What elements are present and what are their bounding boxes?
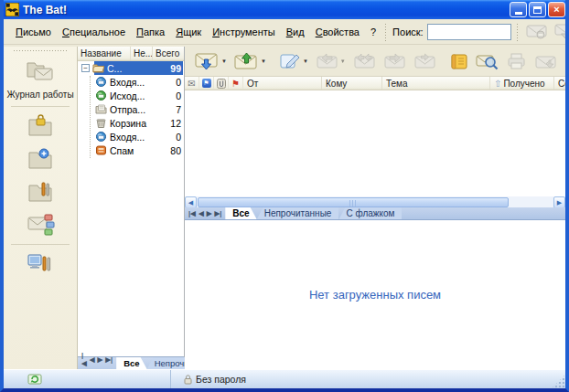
- nav-next-button[interactable]: ▶: [207, 209, 212, 217]
- send-mail-icon: [234, 52, 259, 70]
- reply-icon: [316, 53, 338, 69]
- shortcut-settings[interactable]: [4, 248, 77, 281]
- envelope-icon: ✉: [188, 79, 195, 89]
- column-total[interactable]: Всего: [153, 47, 184, 60]
- column-unread[interactable]: Не...: [131, 47, 153, 60]
- message-view-tabs: |◀ ◀ ▶ ▶| Все Непрочитанные С флажком: [185, 207, 565, 220]
- column-flag-marker[interactable]: ⚑: [229, 77, 243, 90]
- empty-state-text: Нет загруженных писем: [309, 288, 441, 302]
- message-list-empty[interactable]: [185, 90, 565, 196]
- folder-row-trash[interactable]: Корзина 12: [78, 116, 184, 130]
- redirect-button[interactable]: [410, 48, 440, 74]
- nav-first-button[interactable]: |◀: [81, 351, 87, 367]
- sidebar-separator: [11, 106, 70, 107]
- preview-pane[interactable]: Нет загруженных писем: [185, 220, 565, 369]
- forward-button[interactable]: [380, 48, 410, 74]
- nav-last-button[interactable]: ▶|: [105, 355, 113, 364]
- view-tab-непрочитанные[interactable]: Непрочитанные: [257, 207, 339, 219]
- column-from[interactable]: От: [243, 77, 322, 90]
- folder-lock-icon: [25, 113, 56, 139]
- shortcut-folder-maintenance[interactable]: [4, 175, 77, 208]
- message-columns-header: ✉ ⚑ ⚑ От Кому Тема ⇧: [185, 77, 565, 90]
- nav-prev-button[interactable]: ◀: [199, 209, 204, 217]
- menu-ящик[interactable]: Ящик: [170, 24, 207, 40]
- nav-prev-button[interactable]: ◀: [90, 355, 95, 364]
- dropdown-caret-icon: ▼: [261, 58, 266, 64]
- shortcut-protected-folder[interactable]: [4, 110, 77, 143]
- folder-total: 0: [165, 132, 181, 143]
- shortcut-mail-dispatch[interactable]: [4, 208, 77, 241]
- folder-name: Корзина: [110, 118, 165, 129]
- toolbar-grip[interactable]: [516, 23, 519, 41]
- save-attachments-icon: [534, 53, 557, 69]
- folder-name: Отпра...: [110, 104, 165, 115]
- search-messages-button[interactable]: [472, 48, 502, 74]
- system-settings-icon: [25, 251, 56, 277]
- menu-папка[interactable]: Папка: [131, 24, 170, 40]
- folder-row-inbox[interactable]: Входя... 0: [78, 75, 184, 89]
- journal-label[interactable]: Журнал работы: [4, 88, 77, 103]
- shortcut-sidebar: Журнал работы: [4, 47, 78, 369]
- trash-icon: [95, 118, 107, 128]
- column-attachment-marker[interactable]: [214, 77, 229, 90]
- app-icon: [5, 3, 19, 16]
- toolbar-grip[interactable]: [384, 23, 387, 41]
- search-input[interactable]: [427, 24, 511, 40]
- scrollbar-thumb[interactable]: [198, 197, 509, 207]
- nav-last-button[interactable]: ▶|: [214, 209, 221, 217]
- reply-all-button[interactable]: [349, 48, 380, 74]
- printer-icon: [506, 53, 527, 70]
- menu-help[interactable]: ?: [365, 24, 381, 40]
- window-title: The Bat!: [23, 4, 510, 16]
- maximize-button[interactable]: [529, 2, 546, 17]
- folder-new-icon: [25, 146, 56, 172]
- save-attachments-button[interactable]: [531, 48, 561, 74]
- column-parked-marker[interactable]: ⚑: [199, 77, 214, 90]
- folder-tab-все[interactable]: Все: [116, 357, 146, 369]
- menu-специальное[interactable]: Специальное: [57, 24, 131, 40]
- folder-row-sent[interactable]: Отпра... 7: [78, 102, 184, 116]
- column-created[interactable]: Создано: [554, 77, 565, 90]
- parked-icon: ⚑: [202, 79, 211, 88]
- folder-name: Входя...: [110, 132, 165, 143]
- close-button[interactable]: ×: [548, 2, 565, 17]
- column-received[interactable]: ⇧ Получено: [490, 77, 554, 90]
- folder-row-account[interactable]: − С... 99: [78, 61, 184, 75]
- shortcut-new-folder[interactable]: [4, 143, 77, 175]
- reply-button[interactable]: ▼: [312, 48, 349, 74]
- redirect-icon: [413, 53, 436, 69]
- nav-first-button[interactable]: |◀: [188, 209, 196, 217]
- column-unread-marker[interactable]: ✉: [185, 77, 199, 90]
- view-tab-с-флажком[interactable]: С флажком: [338, 207, 402, 219]
- folder-row-outbox[interactable]: Исход... 0: [78, 89, 184, 102]
- folder-row-spam[interactable]: Спам 80: [78, 143, 184, 157]
- folder-name: Исход...: [110, 90, 165, 101]
- folder-name: С...: [107, 63, 165, 74]
- title-bar[interactable]: The Bat! ×: [0, 0, 569, 19]
- menu-вид[interactable]: Вид: [281, 24, 310, 40]
- mail-deliver-button[interactable]: [552, 21, 569, 43]
- column-to[interactable]: Кому: [322, 77, 382, 90]
- new-message-button[interactable]: ▼: [275, 48, 312, 74]
- get-mail-button[interactable]: ▼: [191, 48, 231, 74]
- nav-next-button[interactable]: ▶: [98, 355, 103, 364]
- message-pane: ▼ ▼ ▼: [185, 47, 565, 369]
- address-book-button[interactable]: [446, 48, 472, 74]
- print-button[interactable]: [502, 48, 531, 74]
- shortcut-mail-center[interactable]: [4, 56, 77, 88]
- expand-icon[interactable]: −: [81, 64, 90, 72]
- minimize-button[interactable]: [510, 2, 527, 17]
- reply-all-icon: [353, 53, 376, 69]
- folder-row-inbox2[interactable]: Входя... 0: [78, 130, 184, 143]
- mail-remove-button[interactable]: [523, 21, 552, 43]
- menu-свойства[interactable]: Свойства: [310, 24, 365, 40]
- menu-письмо[interactable]: Письмо: [10, 24, 57, 40]
- column-subject[interactable]: Тема: [382, 77, 490, 90]
- folder-pane-tabs: |◀ ◀ ▶ ▶| Все Непрочитано: [78, 356, 184, 369]
- sidebar-grip[interactable]: [13, 49, 68, 52]
- column-name[interactable]: Название: [78, 47, 131, 60]
- menu-инструменты[interactable]: Инструменты: [207, 24, 281, 40]
- view-tab-все[interactable]: Все: [225, 207, 256, 219]
- folder-total: 0: [165, 77, 181, 88]
- send-mail-button[interactable]: ▼: [231, 48, 270, 74]
